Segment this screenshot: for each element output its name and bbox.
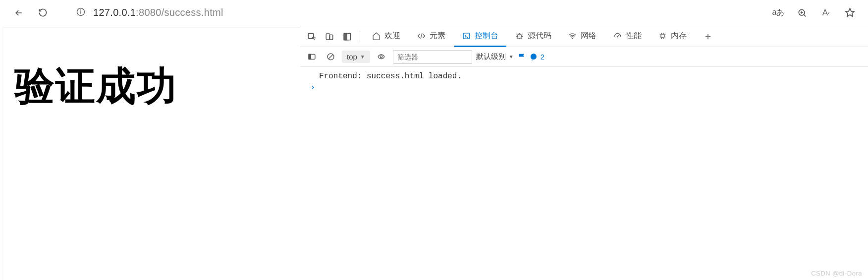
device-toggle-icon[interactable] — [321, 28, 338, 45]
page-content: 验证成功 — [3, 28, 300, 280]
log-level-selector[interactable]: 默认级别 ▼ — [476, 52, 514, 61]
tab-performance[interactable]: 性能 — [605, 26, 650, 47]
tab-label: 性能 — [626, 31, 642, 41]
svg-point-16 — [517, 34, 522, 38]
chip-icon — [658, 32, 667, 40]
read-aloud-icon[interactable]: A› — [817, 4, 834, 21]
console-icon — [462, 32, 471, 40]
refresh-button[interactable] — [34, 4, 52, 22]
tab-label: 欢迎 — [384, 31, 400, 41]
toggle-sidebar-icon[interactable] — [304, 50, 319, 64]
code-icon — [417, 32, 426, 40]
url-text: 127.0.0.1:8080/success.html — [93, 7, 223, 18]
svg-point-17 — [572, 38, 573, 38]
tab-sources[interactable]: 源代码 — [507, 26, 559, 47]
home-icon — [372, 32, 380, 40]
svg-point-27 — [380, 56, 382, 57]
inspect-element-icon[interactable] — [303, 28, 320, 45]
tab-console[interactable]: 控制台 — [454, 26, 506, 47]
devtools-panel: 欢迎 元素 控制台 源代码 网络 性能 — [300, 26, 868, 280]
svg-rect-12 — [344, 33, 347, 40]
translate-icon[interactable]: aあ — [770, 4, 787, 21]
zoom-icon[interactable] — [794, 4, 811, 21]
svg-point-19 — [617, 36, 618, 37]
add-tab-icon[interactable] — [700, 28, 716, 45]
svg-point-2 — [81, 10, 81, 10]
tab-label: 网络 — [581, 31, 597, 41]
clear-console-icon[interactable] — [323, 50, 338, 64]
devtools-tabs: 欢迎 元素 控制台 源代码 网络 性能 — [300, 26, 868, 47]
svg-marker-7 — [845, 8, 854, 17]
split-view: 验证成功 欢迎 元素 控制台 — [0, 26, 868, 280]
context-label: top — [347, 53, 357, 61]
info-icon — [76, 7, 85, 18]
back-button[interactable] — [10, 4, 28, 22]
tab-label: 内存 — [671, 31, 687, 41]
page-title: 验证成功 — [15, 62, 288, 110]
level-label: 默认级别 — [476, 52, 506, 61]
svg-line-26 — [328, 55, 333, 59]
tab-network[interactable]: 网络 — [560, 26, 604, 47]
tab-label: 控制台 — [475, 31, 498, 41]
issues-count: 2 — [541, 53, 544, 61]
address-bar[interactable]: 127.0.0.1:8080/success.html — [69, 4, 761, 22]
svg-rect-24 — [309, 55, 311, 59]
tab-label: 源代码 — [528, 31, 551, 41]
favorite-icon[interactable] — [841, 4, 858, 21]
svg-line-13 — [421, 33, 422, 38]
browser-toolbar: 127.0.0.1:8080/success.html aあ A› — [0, 0, 868, 26]
console-log-line: Frontend: success.html loaded. — [300, 71, 868, 82]
tab-label: 元素 — [430, 31, 445, 41]
dock-icon[interactable] — [339, 28, 356, 45]
browser-right-icons: aあ A› — [770, 4, 858, 21]
svg-rect-20 — [661, 34, 664, 37]
tab-elements[interactable]: 元素 — [409, 26, 453, 47]
bug-icon — [515, 32, 524, 40]
context-selector[interactable]: top ▼ — [342, 51, 370, 63]
console-toolbar: top ▼ 默认级别 ▼ 2 — [300, 47, 868, 67]
wifi-icon — [568, 32, 577, 40]
svg-rect-14 — [463, 33, 470, 38]
console-prompt[interactable] — [300, 82, 868, 95]
chevron-down-icon: ▼ — [360, 54, 365, 59]
console-output: Frontend: success.html loaded. — [300, 67, 868, 280]
tab-welcome[interactable]: 欢迎 — [364, 26, 408, 47]
filter-input[interactable] — [393, 50, 472, 64]
gauge-icon — [613, 32, 622, 40]
live-expression-icon[interactable] — [374, 50, 389, 64]
chevron-down-icon: ▼ — [509, 54, 514, 59]
tab-memory[interactable]: 内存 — [651, 26, 695, 47]
watermark: CSDN @di-Dora — [811, 270, 862, 277]
svg-line-4 — [804, 14, 806, 16]
issues-indicator[interactable]: 2 — [518, 53, 544, 61]
